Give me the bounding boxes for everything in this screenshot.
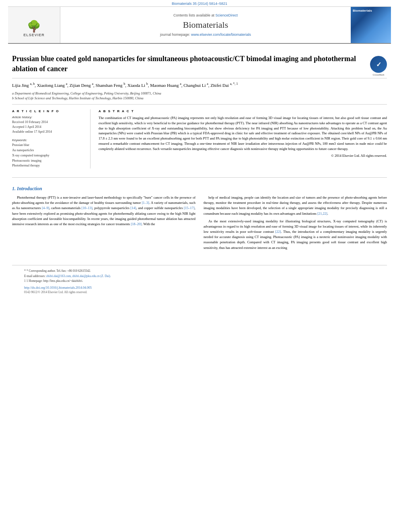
article-history: Article history: Received 10 February 20…: [12, 115, 84, 134]
abstract-copyright: © 2014 Elsevier Ltd. All rights reserved…: [99, 154, 387, 158]
intro-para-3: As the most extensively-used imaging mod…: [204, 219, 387, 251]
article-info-abstract-section: A R T I C L E I N F O Article history: R…: [12, 104, 387, 173]
keyword-1: Prussian blue: [12, 143, 84, 148]
page-footer: * * Corresponding author. Tel./fax: +86 …: [12, 265, 387, 297]
sciencedirect-link[interactable]: Contents lists available at ScienceDirec…: [173, 13, 238, 17]
journal-top-bar: Biomaterials 35 (2014) 5814–5821: [0, 0, 399, 6]
article-info-column: A R T I C L E I N F O Article history: R…: [12, 109, 90, 168]
affiliations: a Department of Biomedical Engineering, …: [12, 89, 387, 103]
article-title: Prussian blue coated gold nanoparticles …: [12, 54, 387, 74]
authors-section: Lijia Jing a, b, Xiaolong Liang a, Zijia…: [12, 78, 387, 104]
authors-list: Lijia Jing a, b, Xiaolong Liang a, Zijia…: [12, 82, 387, 89]
journal-info-center: Contents lists available at ScienceDirec…: [60, 7, 351, 43]
elsevier-tree-icon: 🌳: [27, 21, 41, 32]
intro-col-left: Photothermal therapy (PTT) is a non-inva…: [12, 195, 195, 253]
author-changhui-li: Changhui Li a: [183, 83, 208, 88]
footer-issn: 0142-9612/© 2014 Elsevier Ltd. All right…: [24, 290, 375, 294]
abstract-text: The combination of CT imaging and photoa…: [99, 115, 387, 151]
main-content: Prussian blue coated gold nanoparticles …: [0, 44, 399, 261]
contents-available-text: Contents lists available at: [173, 13, 214, 17]
keyword-4: Photoacoustic imaging: [12, 158, 84, 164]
abstract-heading: A B S T R A C T: [99, 109, 387, 113]
available-date: Available online 17 April 2014: [12, 129, 84, 134]
section-divider-1: [12, 177, 387, 178]
elsevier-logo: 🌳 ELSEVIER: [16, 13, 52, 37]
email-line: E-mail addresses: zhifei.dai@163.com, zh…: [24, 274, 375, 279]
homepage-note-text: 1 Homepage: http://lmx.pku.edu.cn/~daizh…: [27, 279, 83, 283]
journal-homepage-text: journal homepage: www.elsevier.com/locat…: [160, 33, 251, 37]
journal-title-display: Biomaterials: [183, 20, 228, 30]
intro-col-right: help of medical imaging, people can iden…: [204, 195, 387, 253]
received-date: Received 10 February 2014: [12, 120, 84, 125]
journal-header: 🌳 ELSEVIER Contents lists available at S…: [8, 6, 391, 44]
keywords-section: Keywords: Prussian blue Au nanoparticles…: [12, 138, 84, 168]
ref-10-13: [10–13]: [82, 206, 93, 210]
corresponding-note: * * Corresponding author. Tel./fax: +86 …: [24, 269, 375, 274]
journal-cover-image: [351, 7, 391, 43]
crossmark-icon: ✓: [370, 56, 387, 73]
ref-15-17: [15–17]: [184, 206, 195, 210]
accepted-date: Accepted 1 April 2014: [12, 125, 84, 129]
author-zijian-deng: Zijian Deng a: [70, 83, 93, 88]
article-info-heading: A R T I C L E I N F O: [12, 109, 84, 113]
email-addresses[interactable]: zhifei.dai@163.com, zhifei.dai@pku.edu.c…: [46, 274, 111, 278]
author-xiaolong-liang: Xiaolong Liang a: [37, 83, 68, 88]
footer-doi[interactable]: http://dx.doi.org/10.1016/j.biomaterials…: [24, 286, 375, 290]
elsevier-brand: ELSEVIER: [23, 33, 45, 37]
intro-heading: 1. Introduction: [12, 186, 387, 192]
intro-para-1: Photothermal therapy (PTT) is a non-inva…: [12, 195, 195, 227]
elsevier-logo-area: 🌳 ELSEVIER: [8, 7, 60, 43]
affiliation-a: a Department of Biomedical Engineering, …: [12, 91, 387, 96]
keyword-3: X-ray computed tomography: [12, 153, 84, 158]
introduction-section: 1. Introduction Photothermal therapy (PT…: [12, 182, 387, 257]
page-wrapper: Biomaterials 35 (2014) 5814–5821 🌳 ELSEV…: [0, 0, 399, 297]
keywords-label: Keywords:: [12, 138, 84, 142]
intro-para-2: help of medical imaging, people can iden…: [204, 195, 387, 216]
ref-1-3: [1–3]: [142, 201, 149, 205]
ref-21-22: [21,22]: [317, 212, 327, 216]
footnote-star-icon: *: [24, 269, 26, 273]
homepage-url[interactable]: www.elsevier.com/locate/biomaterials: [191, 33, 251, 37]
affiliation-b: b School of Life Science and Technology,…: [12, 96, 387, 101]
author-shanshan-feng: Shanshan Feng b: [96, 83, 125, 88]
ref-4-9: [4–9]: [42, 206, 49, 210]
keyword-2: Au nanoparticles: [12, 148, 84, 153]
corresponding-tel: * Corresponding author. Tel./fax: +86 01…: [27, 269, 91, 273]
author-maomao-huang: Maomao Huang a: [150, 83, 181, 88]
footer-corresponding: * * Corresponding author. Tel./fax: +86 …: [24, 269, 375, 283]
ref-22b: [22]: [275, 230, 281, 234]
crossmark-badge: ✓ CrossMark: [370, 56, 387, 73]
footnote-1-icon: 1: [24, 279, 26, 283]
history-label: Article history:: [12, 115, 84, 119]
homepage-label: journal homepage:: [160, 33, 190, 37]
journal-citation: Biomaterials 35 (2014) 5814–5821: [172, 2, 227, 6]
abstract-column: A B S T R A C T The combination of CT im…: [99, 109, 387, 168]
doi-link[interactable]: http://dx.doi.org/10.1016/j.biomaterials…: [24, 286, 92, 290]
article-title-section: Prussian blue coated gold nanoparticles …: [12, 50, 387, 78]
author-xiaoda-li: Xiaoda Li b: [128, 83, 148, 88]
ref-14: [14]: [130, 206, 136, 210]
author-lijia-jing: Lijia Jing a, b: [12, 83, 35, 88]
crossmark-label: CrossMark: [370, 74, 387, 76]
sciencedirect-anchor[interactable]: ScienceDirect: [216, 13, 238, 17]
ref-18-20: [18–20]: [131, 222, 142, 226]
email-label: E-mail addresses:: [24, 274, 45, 278]
homepage-note: 1 1 Homepage: http://lmx.pku.edu.cn/~dai…: [24, 279, 375, 283]
intro-two-columns: Photothermal therapy (PTT) is a non-inva…: [12, 195, 387, 253]
keyword-5: Photothermal therapy: [12, 163, 84, 168]
author-zhifei-dai: Zhifei Dai a, *, 1: [210, 83, 238, 88]
